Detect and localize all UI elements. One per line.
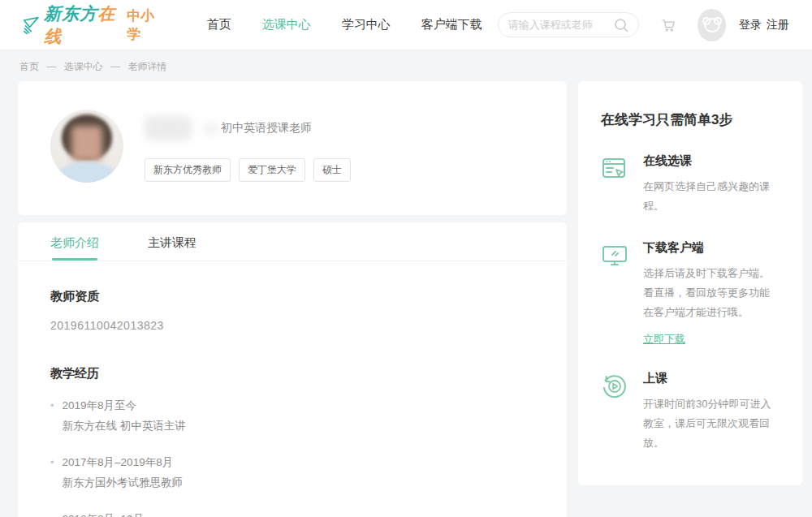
experience-period: 2017年8月–2019年8月 bbox=[63, 455, 184, 470]
tag-university: 爱丁堡大学 bbox=[239, 158, 305, 182]
login-link[interactable]: 登录 bbox=[739, 18, 762, 31]
step-title: 在线选课 bbox=[643, 153, 780, 169]
steps-panel-title: 在线学习只需简单3步 bbox=[601, 110, 780, 129]
nav-item-course-center[interactable]: 选课中心 bbox=[262, 17, 311, 32]
step-title: 上课 bbox=[643, 371, 780, 386]
breadcrumb-separator: — bbox=[46, 61, 56, 72]
step-online-course-select: 在线选课 在网页选择自己感兴趣的课程。 bbox=[601, 153, 780, 216]
study-steps-panel: 在线学习只需简单3步 在线选课 在网页选择自己感兴趣的课程。 bbox=[578, 81, 802, 485]
experience-item: • 2019年8月至今 新东方在线 初中英语主讲 bbox=[50, 398, 534, 433]
teacher-title: 初中英语授课老师 bbox=[221, 121, 312, 136]
step-description: 在网页选择自己感兴趣的课程。 bbox=[643, 177, 780, 216]
main-nav: 首页 选课中心 学习中心 客户端下载 bbox=[192, 17, 498, 32]
shopping-cart-icon[interactable] bbox=[660, 15, 677, 35]
bullet-icon: • bbox=[50, 398, 54, 433]
tab-main-courses[interactable]: 主讲课程 bbox=[148, 222, 197, 261]
experience-period: 2019年8月至今 bbox=[63, 398, 186, 413]
breadcrumb-course-center[interactable]: 选课中心 bbox=[64, 61, 103, 72]
nav-item-home[interactable]: 首页 bbox=[207, 17, 231, 32]
logo-text: 新东方在线 bbox=[44, 2, 120, 48]
tab-teacher-intro[interactable]: 老师介绍 bbox=[50, 222, 99, 261]
teacher-summary-card: 初中英语授课老师 新东方优秀教师 爱丁堡大学 硕士 bbox=[18, 81, 567, 215]
profile-tabbar: 老师介绍 主讲课程 bbox=[18, 222, 567, 261]
attend-class-icon bbox=[601, 373, 628, 400]
qualification-heading: 教师资质 bbox=[50, 289, 534, 304]
teacher-name-redacted bbox=[145, 116, 192, 140]
nav-item-client-download[interactable]: 客户端下载 bbox=[421, 17, 482, 32]
experience-period: 2016年8月–10月 bbox=[63, 511, 175, 517]
teacher-name-redacted bbox=[203, 122, 219, 135]
search-icon[interactable] bbox=[614, 18, 628, 32]
logo-product-label: 中小学 bbox=[127, 6, 162, 44]
koala-face-icon bbox=[702, 15, 723, 36]
course-select-icon bbox=[601, 155, 628, 183]
paper-plane-logo-icon bbox=[23, 15, 41, 36]
bullet-icon: • bbox=[50, 455, 54, 490]
step-download-client: 下载客户端 选择后请及时下载客户端。看直播，看回放等更多功能在客户端才能进行哦。… bbox=[601, 240, 780, 347]
experience-role: 新东方在线 初中英语主讲 bbox=[63, 418, 186, 433]
breadcrumb-separator: — bbox=[110, 61, 120, 72]
download-now-link[interactable]: 立即下载 bbox=[643, 332, 685, 347]
step-description: 选择后请及时下载客户端。看直播，看回放等更多功能在客户端才能进行哦。 bbox=[643, 264, 780, 322]
breadcrumb-teacher-detail: 老师详情 bbox=[127, 61, 166, 72]
experience-item: • 2016年8月–10月 英国语言学校 英语教师 bbox=[50, 511, 534, 517]
user-avatar[interactable] bbox=[698, 9, 726, 41]
teacher-photo bbox=[50, 110, 123, 183]
download-client-icon bbox=[601, 242, 628, 269]
experience-heading: 教学经历 bbox=[50, 366, 534, 381]
breadcrumb: 首页 — 选课中心 — 老师详情 bbox=[0, 50, 812, 81]
register-link[interactable]: 注册 bbox=[767, 18, 789, 31]
step-description: 开课时间前30分钟即可进入教室，课后可无限次观看回放。 bbox=[643, 394, 780, 453]
step-title: 下载客户端 bbox=[643, 240, 780, 256]
search-box[interactable] bbox=[498, 12, 639, 37]
teacher-tags: 新东方优秀教师 爱丁堡大学 硕士 bbox=[145, 158, 359, 182]
bullet-icon: • bbox=[50, 511, 54, 517]
qualification-number: 20196110042013823 bbox=[50, 319, 534, 332]
experience-list: • 2019年8月至今 新东方在线 初中英语主讲 • 2017年8月–2019年… bbox=[50, 398, 534, 517]
breadcrumb-home[interactable]: 首页 bbox=[19, 61, 39, 72]
experience-role: 新东方国外考试雅思教师 bbox=[63, 475, 184, 490]
top-navbar: 新东方在线 中小学 首页 选课中心 学习中心 客户端下载 bbox=[0, 0, 812, 50]
experience-item: • 2017年8月–2019年8月 新东方国外考试雅思教师 bbox=[50, 455, 534, 490]
nav-item-study-center[interactable]: 学习中心 bbox=[342, 17, 391, 32]
auth-links: 登录注册 bbox=[734, 18, 789, 32]
teacher-profile-card: 老师介绍 主讲课程 教师资质 20196110042013823 教学经历 • … bbox=[18, 222, 567, 517]
tag-degree: 硕士 bbox=[313, 158, 351, 182]
site-logo[interactable]: 新东方在线 中小学 bbox=[23, 2, 162, 48]
search-input[interactable] bbox=[508, 19, 614, 31]
step-attend-class: 上课 开课时间前30分钟即可进入教室，课后可无限次观看回放。 bbox=[601, 371, 780, 453]
tag-excellent-teacher: 新东方优秀教师 bbox=[145, 158, 231, 182]
teacher-detail-page: 新东方在线 中小学 首页 选课中心 学习中心 客户端下载 bbox=[0, 0, 812, 517]
